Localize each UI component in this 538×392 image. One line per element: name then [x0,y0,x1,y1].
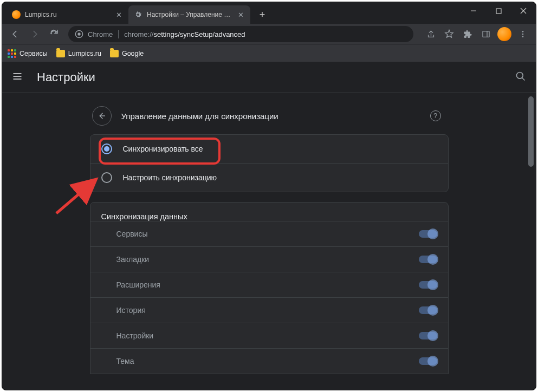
toolbar: Chrome chrome://settings/syncSetup/advan… [2,24,536,44]
address-bar[interactable]: Chrome chrome://settings/syncSetup/advan… [68,26,413,42]
folder-icon [110,50,119,57]
tab-lumpics[interactable]: Lumpics.ru ✕ [7,5,128,24]
svg-rect-6 [483,31,489,37]
help-icon[interactable]: ? [430,110,441,121]
bookmark-apps[interactable]: Сервисы [8,49,48,58]
new-tab-button[interactable]: + [255,7,270,22]
svg-point-10 [522,36,524,37]
menu-button[interactable] [514,25,531,43]
sidepanel-button[interactable] [477,25,495,43]
settings-title: Настройки [37,70,95,84]
svg-point-8 [522,31,524,32]
section-title: Синхронизация данных [90,202,448,221]
window-controls [461,2,536,19]
toggle-label: Сервисы [116,230,148,238]
toggle-switch[interactable] [419,230,437,238]
search-button[interactable] [515,71,526,84]
toggle-label: Тема [116,357,134,365]
toggle-history[interactable]: История [90,297,448,323]
toggle-extensions[interactable]: Расширения [90,272,448,297]
toggle-switch[interactable] [419,256,437,263]
sync-mode-card: Синхронизировать все Настроить синхрониз… [90,134,449,192]
radio-icon [101,143,112,154]
gear-icon [134,10,142,19]
reload-button[interactable] [46,25,63,43]
toggle-switch[interactable] [419,357,437,365]
close-window-button[interactable] [511,2,536,19]
toggle-label: Закладки [116,255,150,264]
panel-header: Управление данными для синхронизации ? [90,106,449,134]
apps-icon [8,49,16,58]
radio-custom-sync[interactable]: Настроить синхронизацию [90,163,448,192]
toggle-label: Расширения [116,280,160,289]
panel-title: Управление данными для синхронизации [121,112,278,121]
toggle-theme[interactable]: Тема [90,348,448,374]
bookmark-label: Lumpics.ru [68,50,101,57]
settings-panel: Управление данными для синхронизации ? С… [90,106,449,374]
url-text: chrome://settings/syncSetup/advanced [124,30,245,38]
titlebar: Lumpics.ru ✕ Настройки – Управление данн… [2,2,536,24]
chrome-label: Chrome [88,30,113,38]
extensions-button[interactable] [459,25,476,43]
sync-data-card: Синхронизация данных Сервисы Закладки Ра… [90,202,449,374]
toggle-switch[interactable] [419,332,437,339]
tab-settings[interactable]: Настройки – Управление данны ✕ [128,5,250,24]
toggle-switch[interactable] [419,281,437,289]
bookmark-label: Сервисы [20,50,48,57]
svg-point-14 [517,72,523,79]
favicon-lumpics [12,10,21,19]
bookmark-button[interactable] [440,25,458,43]
share-button[interactable] [422,25,439,43]
svg-line-15 [522,77,525,80]
radio-sync-all[interactable]: Синхронизировать все [90,135,448,163]
minimize-button[interactable] [461,2,486,19]
bookmark-label: Google [122,50,144,57]
browser-window: Lumpics.ru ✕ Настройки – Управление данн… [2,2,536,390]
forward-button[interactable] [26,25,43,43]
radio-icon [101,172,112,183]
settings-header: Настройки [2,62,536,93]
toggle-switch[interactable] [419,306,437,314]
bookmarks-bar: Сервисы Lumpics.ru Google [2,44,536,62]
scrollbar-thumb[interactable] [528,96,534,167]
bookmark-folder-google[interactable]: Google [110,50,144,57]
toggle-bookmarks[interactable]: Закладки [90,246,448,272]
content-area: Управление данными для синхронизации ? С… [2,93,536,390]
back-button[interactable] [7,25,24,43]
svg-point-9 [522,34,524,35]
radio-label: Настроить синхронизацию [123,173,217,182]
profile-button[interactable] [496,25,513,43]
svg-point-5 [77,32,80,35]
toggle-label: Настройки [116,331,154,340]
close-icon[interactable]: ✕ [236,10,245,19]
chrome-chip: Chrome [75,30,113,38]
back-button[interactable] [92,106,112,126]
radio-label: Синхронизировать все [123,145,203,153]
menu-icon[interactable] [12,71,25,84]
scrollbar-track[interactable] [527,93,535,390]
separator [118,30,119,38]
svg-rect-1 [496,9,501,14]
tab-title: Lumpics.ru [25,11,111,18]
chrome-icon [75,30,83,38]
toggle-services[interactable]: Сервисы [90,221,448,246]
tab-title: Настройки – Управление данны [147,11,233,18]
close-icon[interactable]: ✕ [114,10,123,19]
folder-icon [56,50,65,57]
toggle-settings[interactable]: Настройки [90,323,448,348]
avatar [497,27,511,41]
toggle-label: История [116,306,146,315]
maximize-button[interactable] [486,2,511,19]
bookmark-folder-lumpics[interactable]: Lumpics.ru [56,50,101,57]
